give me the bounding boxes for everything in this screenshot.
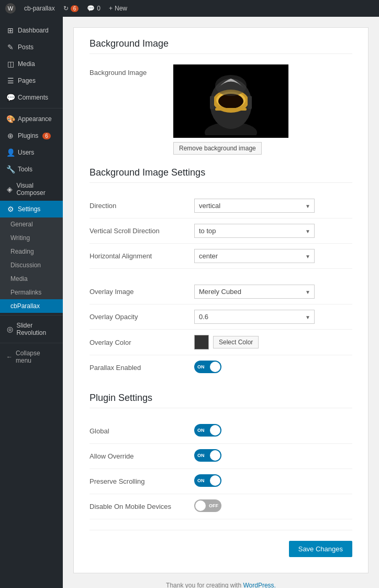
updates-item[interactable]: ↻ 6 xyxy=(63,5,79,12)
plus-icon: + xyxy=(109,5,113,12)
save-row: Save Changes xyxy=(90,530,352,557)
parallax-toggle-knob xyxy=(210,362,220,372)
halign-row: Horizontal Alignment center left right ▼ xyxy=(90,244,352,269)
sidebar-separator-1 xyxy=(0,108,63,108)
sidebar-item-users[interactable]: 👤 Users xyxy=(0,144,63,161)
wp-icon: W xyxy=(5,3,16,14)
sidebar-item-plugins[interactable]: ⊕ Plugins 6 xyxy=(0,127,63,144)
halign-control: center left right ▼ xyxy=(194,249,352,263)
svg-rect-10 xyxy=(215,108,247,111)
vscroll-select[interactable]: to top to bottom xyxy=(194,224,315,238)
color-swatch[interactable] xyxy=(194,335,209,350)
content-box: Background Image Background Image xyxy=(73,27,369,573)
sidebar-item-visual-composer[interactable]: ◈ Visual Composer xyxy=(0,178,63,201)
comments-icon: 💬 xyxy=(6,93,15,102)
select-color-button[interactable]: Select Color xyxy=(213,336,259,349)
parallax-control: ON xyxy=(194,361,352,375)
bg-settings-section: Background Image Settings Direction vert… xyxy=(90,167,352,380)
plugin-settings-title: Plugin Settings xyxy=(90,393,352,408)
sidebar-item-media-sub[interactable]: Media xyxy=(0,272,63,286)
disable-mobile-label: Disable On Mobile Devices xyxy=(90,503,194,510)
sidebar-item-appearance[interactable]: 🎨 Appearance xyxy=(0,111,63,127)
preserve-scrolling-label: Preserve Scrolling xyxy=(90,477,194,485)
bg-image-row: Background Image xyxy=(90,64,352,155)
site-name[interactable]: cb-parallax xyxy=(24,5,55,12)
preserve-scrolling-toggle-knob xyxy=(210,475,220,486)
overlay-image-select[interactable]: Merely Cubed None xyxy=(194,285,315,299)
slider-icon: ◎ xyxy=(6,325,14,333)
allow-override-toggle[interactable]: ON xyxy=(194,449,221,462)
global-row: Global ON xyxy=(90,419,352,444)
direction-control: vertical horizontal ▼ xyxy=(194,199,352,213)
global-label: Global xyxy=(90,427,194,435)
sidebar-item-cbparallax[interactable]: cbParallax xyxy=(0,299,63,313)
bg-image-preview xyxy=(173,64,288,138)
sidebar-item-general[interactable]: General xyxy=(0,217,63,231)
remove-bg-button[interactable]: Remove background image xyxy=(173,142,262,155)
direction-select[interactable]: vertical horizontal xyxy=(194,199,315,213)
svg-rect-9 xyxy=(248,96,252,109)
main-content: Background Image Background Image xyxy=(63,17,379,588)
parallax-label: Parallax Enabled xyxy=(90,364,194,372)
overlay-image-row: Overlay Image Merely Cubed None ▼ xyxy=(90,279,352,304)
direction-label: Direction xyxy=(90,202,194,210)
disable-mobile-toggle[interactable]: OFF xyxy=(194,499,221,512)
sidebar-item-reading[interactable]: Reading xyxy=(0,245,63,258)
sidebar-item-pages[interactable]: ☰ Pages xyxy=(0,72,63,89)
overlay-color-row: Overlay Color Select Color xyxy=(90,330,352,355)
sidebar-item-comments[interactable]: 💬 Comments xyxy=(0,89,63,106)
sidebar-item-discussion[interactable]: Discussion xyxy=(0,258,63,272)
new-item[interactable]: + New xyxy=(109,5,127,12)
parallax-toggle[interactable]: ON xyxy=(194,361,221,373)
sidebar-item-slider-revolution[interactable]: ◎ Slider Revolution xyxy=(0,318,63,341)
dashboard-icon: ⊞ xyxy=(6,26,15,35)
preserve-scrolling-toggle[interactable]: ON xyxy=(194,474,221,487)
settings-submenu: General Writing Reading Discussion Media… xyxy=(0,217,63,313)
global-toggle[interactable]: ON xyxy=(194,424,221,437)
plugins-icon: ⊕ xyxy=(6,132,15,140)
sidebar-item-media[interactable]: ◫ Media xyxy=(0,56,63,72)
direction-row: Direction vertical horizontal ▼ xyxy=(90,193,352,219)
halign-select[interactable]: center left right xyxy=(194,249,315,263)
sidebar-separator-2 xyxy=(0,315,63,315)
global-toggle-knob xyxy=(210,425,220,435)
allow-override-control: ON xyxy=(194,449,352,463)
overlay-image-label: Overlay Image xyxy=(90,288,194,296)
color-row: Select Color xyxy=(194,335,352,350)
comments-item[interactable]: 💬 0 xyxy=(87,5,101,12)
comment-icon: 💬 xyxy=(87,5,95,12)
sidebar-item-tools[interactable]: 🔧 Tools xyxy=(0,161,63,178)
posts-icon: ✎ xyxy=(6,43,15,51)
overlay-opacity-control: 0.6 0.5 0.7 ▼ xyxy=(194,310,352,324)
settings-icon: ⚙ xyxy=(6,205,15,213)
global-control: ON xyxy=(194,424,352,438)
parallax-toggle-label: ON xyxy=(197,364,205,369)
overlay-opacity-select[interactable]: 0.6 0.5 0.7 xyxy=(194,310,315,324)
disable-mobile-row: Disable On Mobile Devices OFF xyxy=(90,494,352,519)
footer-wp-link[interactable]: WordPress. xyxy=(243,582,275,588)
allow-override-toggle-label: ON xyxy=(197,453,205,458)
updates-badge: 6 xyxy=(71,5,79,12)
allow-override-label: Allow Override xyxy=(90,452,194,460)
spacer xyxy=(90,269,352,279)
sidebar: ⊞ Dashboard ✎ Posts ◫ Media ☰ Pages 💬 Co… xyxy=(0,17,63,588)
save-changes-button[interactable]: Save Changes xyxy=(289,541,352,557)
sidebar-separator-3 xyxy=(0,343,63,343)
sidebar-item-posts[interactable]: ✎ Posts xyxy=(0,39,63,56)
overlay-opacity-dropdown-wrap: 0.6 0.5 0.7 ▼ xyxy=(194,310,315,324)
sidebar-item-writing[interactable]: Writing xyxy=(0,231,63,245)
vscroll-control: to top to bottom ▼ xyxy=(194,224,352,238)
halign-dropdown-wrap: center left right ▼ xyxy=(194,249,315,263)
direction-dropdown-wrap: vertical horizontal ▼ xyxy=(194,199,315,213)
sidebar-item-dashboard[interactable]: ⊞ Dashboard xyxy=(0,22,63,39)
overlay-image-dropdown-wrap: Merely Cubed None ▼ xyxy=(194,285,315,299)
sidebar-item-settings[interactable]: ⚙ Settings xyxy=(0,201,63,217)
collapse-icon: ← xyxy=(6,353,13,361)
overlay-opacity-label: Overlay Opacity xyxy=(90,313,194,321)
wp-logo[interactable]: W xyxy=(5,3,16,14)
collapse-menu[interactable]: ← Collapse menu xyxy=(0,345,63,368)
sidebar-item-permalinks[interactable]: Permalinks xyxy=(0,286,63,299)
pages-icon: ☰ xyxy=(6,77,15,85)
appearance-icon: 🎨 xyxy=(6,115,15,123)
vscroll-dropdown-wrap: to top to bottom ▼ xyxy=(194,224,315,238)
